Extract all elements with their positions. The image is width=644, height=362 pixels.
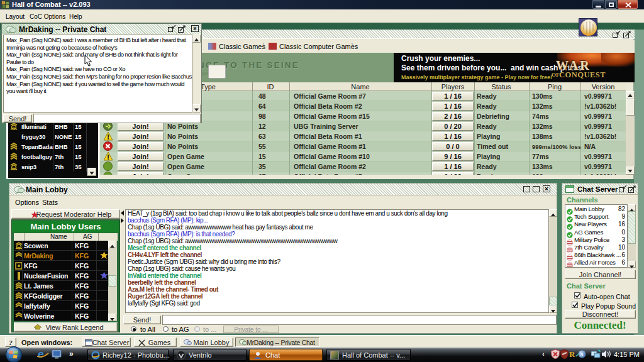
svg-text:a: a	[580, 351, 584, 358]
